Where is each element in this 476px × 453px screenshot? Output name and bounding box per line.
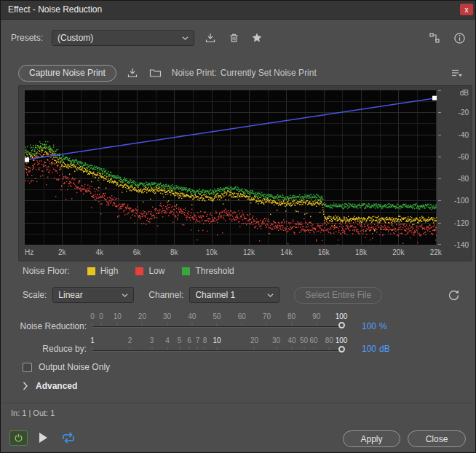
db-axis-tick — [438, 178, 441, 179]
slider-tick-label: 100 — [336, 336, 348, 344]
reduce-by-unit: dB — [379, 344, 390, 354]
legend-item-label: Low — [148, 266, 164, 276]
favorite-preset-icon[interactable] — [250, 31, 264, 45]
reduce-by-slider[interactable]: 1234567810203040506080100 — [92, 336, 341, 355]
scale-label: Scale: — [23, 290, 47, 300]
output-noise-only-row[interactable]: Output Noise Only — [23, 361, 110, 373]
channel-dropdown[interactable]: Channel 1 — [189, 287, 279, 303]
effect-noise-reduction-dialog: Effect - Noise Reduction x Presets: (Cus… — [0, 0, 476, 453]
select-entire-file-button[interactable]: Select Entire File — [294, 287, 382, 304]
presets-row: Presets: (Custom) — [11, 29, 264, 47]
noise-reduction-value: 100 % — [362, 321, 387, 331]
reduce-by-value: 100 dB — [362, 344, 390, 354]
capture-noise-print-button[interactable]: Capture Noise Print — [18, 65, 116, 82]
frequency-axis-label: 16k — [318, 248, 330, 256]
db-axis-label: -40 — [459, 131, 469, 139]
reduce-by-knob[interactable] — [338, 346, 345, 352]
slider-tick-label: 1 — [90, 336, 95, 344]
preview-play-button[interactable] — [38, 431, 49, 444]
db-axis-tick — [438, 157, 441, 157]
channel-label: Channel: — [148, 290, 183, 300]
slider-tick-label: 70 — [263, 312, 271, 320]
slider-tick-label: 30 — [272, 336, 280, 344]
load-noise-print-folder-icon[interactable] — [148, 66, 163, 80]
frequency-axis-label: 6k — [133, 248, 141, 256]
noise-reduction-slider[interactable]: 00102030405060708090100 — [92, 312, 341, 331]
save-preset-icon[interactable] — [203, 31, 218, 45]
scale-value: Linear — [58, 290, 82, 300]
noise-reduction-knob[interactable] — [338, 322, 345, 328]
slider-groove[interactable] — [92, 326, 341, 327]
db-axis-label: -100 — [454, 197, 469, 205]
noise-print-label: Noise Print: — [172, 68, 217, 78]
titlebar[interactable]: Effect - Noise Reduction x — [1, 1, 475, 20]
slider-tick-label: 20 — [138, 312, 146, 320]
play-icon — [39, 433, 48, 443]
spectrum-canvas[interactable] — [25, 90, 437, 245]
chevron-down-icon — [122, 293, 128, 298]
presets-row-right — [427, 29, 467, 47]
loop-playback-button[interactable] — [59, 430, 78, 445]
reset-icon[interactable] — [446, 288, 461, 302]
noise-reduction-ticks: 00102030405060708090100 — [92, 312, 341, 331]
noise-print-menu-icon[interactable] — [449, 66, 464, 80]
window-title: Effect - Noise Reduction — [8, 1, 102, 19]
slider-groove[interactable] — [92, 350, 341, 351]
db-axis-tick — [438, 112, 441, 113]
legend-items: HighLowThreshold — [70, 266, 234, 276]
presets-dropdown[interactable]: (Custom) — [52, 30, 194, 46]
slider-tick-label: 40 — [188, 312, 196, 320]
loop-icon — [61, 432, 76, 444]
chevron-down-icon — [267, 293, 274, 298]
slider-tick-label: 8 — [203, 336, 207, 344]
slider-tick-label: 60 — [238, 312, 246, 320]
slider-tick-label: 3 — [150, 336, 154, 344]
slider-tick-label: 60 — [309, 336, 317, 344]
close-button[interactable]: Close — [408, 430, 466, 447]
output-noise-only-checkbox[interactable] — [23, 363, 32, 372]
chevron-down-icon — [182, 36, 189, 41]
low-color-swatch — [135, 267, 143, 275]
close-icon: x — [465, 6, 469, 14]
routing-icon[interactable] — [427, 31, 442, 45]
io-status: In: 1 | Out: 1 — [11, 409, 55, 417]
slider-tick-label: 50 — [300, 336, 308, 344]
presets-label: Presets: — [11, 33, 43, 43]
channel-value: Channel 1 — [195, 290, 235, 300]
slider-tick-label: 10 — [114, 312, 122, 320]
slider-tick-label: 0 — [99, 312, 103, 320]
db-axis-tick — [438, 200, 441, 201]
db-axis-tick — [438, 90, 441, 91]
slider-tick-label: 6 — [187, 336, 191, 344]
noise-reduction-amount: 100 — [362, 321, 376, 331]
db-axis: dB-20-40-60-80-100-120-140 — [438, 90, 470, 245]
frequency-axis-label: 10k — [206, 248, 218, 256]
delete-preset-icon[interactable] — [226, 31, 241, 45]
toggle-effect-button[interactable] — [9, 430, 28, 446]
slider-tick-label: 30 — [163, 312, 171, 320]
advanced-section-toggle[interactable]: Advanced — [23, 380, 77, 392]
apply-button[interactable]: Apply — [343, 430, 400, 447]
high-color-swatch — [87, 267, 95, 275]
frequency-axis-label: 8k — [170, 248, 178, 256]
db-axis-label: -20 — [459, 109, 469, 117]
legend-row: Noise Floor: HighLowThreshold — [23, 265, 234, 277]
close-window-button[interactable]: x — [460, 4, 473, 15]
reduce-by-label: Reduce by: — [1, 344, 87, 354]
footer-divider — [1, 403, 475, 403]
reduce-by-ticks: 1234567810203040506080100 — [92, 336, 341, 355]
db-axis-tick — [438, 135, 441, 135]
advanced-label: Advanced — [36, 381, 77, 391]
legend-item-high: High — [87, 266, 119, 276]
slider-tick-label: 80 — [325, 336, 333, 344]
legend-item-label: High — [100, 266, 119, 276]
save-noise-print-icon[interactable] — [125, 66, 140, 80]
noise-print-value: Currently Set Noise Print — [221, 68, 317, 78]
info-icon[interactable] — [452, 31, 467, 45]
noise-print-row: Capture Noise Print Noise Print: Current… — [18, 63, 317, 82]
frequency-axis-label: 22k — [430, 248, 442, 256]
scale-dropdown[interactable]: Linear — [52, 287, 134, 303]
slider-tick-label: 7 — [196, 336, 200, 344]
legend-item-low: Low — [135, 266, 164, 276]
slider-tick-label: 0 — [90, 312, 95, 320]
